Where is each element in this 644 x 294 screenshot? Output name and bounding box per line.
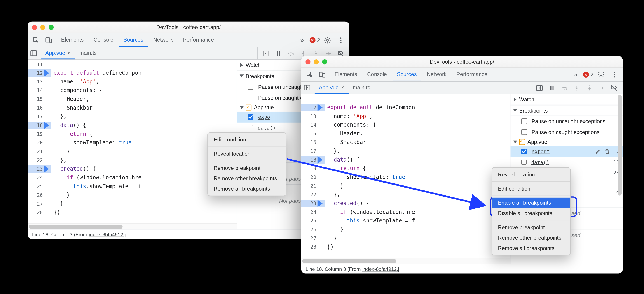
panel-tab-network[interactable]: Network: [149, 33, 177, 47]
line-number[interactable]: 22: [28, 157, 46, 163]
breakpoint-marker[interactable]: [319, 104, 324, 111]
line-number[interactable]: 20: [301, 174, 320, 180]
panel-tab-performance[interactable]: Performance: [452, 68, 492, 81]
settings-gear-icon[interactable]: [322, 34, 334, 46]
breakpoint-marker[interactable]: [319, 200, 324, 207]
context-menu-item[interactable]: Edit condition: [208, 134, 286, 145]
panel-tab-elements[interactable]: Elements: [57, 33, 88, 47]
traffic-lights[interactable]: [32, 24, 54, 29]
code-line[interactable]: 19 return {: [301, 164, 510, 173]
deactivate-breakpoints-icon[interactable]: [608, 82, 620, 94]
line-number[interactable]: 16: [301, 139, 320, 145]
error-counter[interactable]: 2: [310, 37, 320, 43]
code-line[interactable]: 12export default defineCompon: [301, 103, 510, 112]
breakpoint-marker[interactable]: [319, 191, 324, 198]
breakpoint-marker[interactable]: [46, 130, 51, 138]
breakpoint-marker[interactable]: [46, 200, 51, 207]
line-number[interactable]: 14: [301, 122, 320, 128]
context-menu-item[interactable]: Reveal location: [208, 149, 286, 159]
panel-tab-sources[interactable]: Sources: [393, 68, 421, 81]
show-debugger-icon[interactable]: [260, 48, 272, 59]
more-tabs-button[interactable]: »: [296, 34, 308, 46]
breakpoint-item[interactable]: export12: [510, 146, 623, 157]
code-line[interactable]: 14 components: {: [28, 86, 236, 95]
breakpoint-marker[interactable]: [319, 173, 324, 181]
close-window-icon[interactable]: [32, 24, 37, 29]
breakpoint-marker[interactable]: [46, 104, 51, 111]
breakpoint-marker[interactable]: [46, 95, 51, 103]
code-line[interactable]: 28}): [28, 208, 236, 217]
edit-condition-icon[interactable]: [595, 149, 601, 155]
code-line[interactable]: 25 this.showTemplate = f: [301, 216, 510, 225]
breakpoint-file-group[interactable]: App.vue: [510, 137, 623, 146]
breakpoint-marker[interactable]: [319, 147, 324, 155]
stepover-icon[interactable]: [558, 82, 570, 94]
code-line[interactable]: 13 name: 'App',: [301, 112, 510, 120]
window-titlebar[interactable]: DevTools - coffee-cart.app/: [28, 22, 349, 33]
code-line[interactable]: 20 showTemplate: true: [28, 138, 236, 147]
pause-option[interactable]: Pause on caught exceptions: [510, 127, 623, 137]
panel-tab-console[interactable]: Console: [363, 68, 391, 81]
kebab-menu-icon[interactable]: [335, 34, 347, 46]
checkbox[interactable]: [248, 95, 254, 101]
pause-icon[interactable]: [273, 48, 284, 59]
breakpoint-checkbox[interactable]: [521, 160, 526, 165]
code-line[interactable]: 11: [301, 94, 510, 103]
line-number[interactable]: 20: [28, 140, 46, 146]
code-line[interactable]: 24 if (window.location.hre: [301, 208, 510, 216]
inspect-icon[interactable]: [304, 69, 316, 80]
sidebar-scrollbar[interactable]: [618, 95, 622, 263]
close-tab-icon[interactable]: ✕: [341, 85, 344, 90]
code-line[interactable]: 19 return {: [28, 129, 236, 138]
checkbox[interactable]: [248, 84, 254, 90]
show-debugger-icon[interactable]: [534, 82, 546, 94]
code-line[interactable]: 12export default defineCompon: [28, 69, 236, 77]
code-line[interactable]: 21 }: [301, 181, 510, 190]
line-number[interactable]: 28: [301, 244, 320, 250]
stepout-icon[interactable]: [584, 82, 595, 94]
panel-tab-network[interactable]: Network: [423, 68, 451, 81]
code-line[interactable]: 23 created() {: [301, 199, 510, 208]
code-line[interactable]: 15 Header,: [28, 95, 236, 104]
code-line[interactable]: 27 }: [28, 199, 236, 208]
context-menu-item[interactable]: Reveal location: [492, 169, 570, 180]
zoom-window-icon[interactable]: [48, 24, 54, 29]
code-line[interactable]: 20 showTemplate: true: [301, 173, 510, 181]
line-number[interactable]: 15: [301, 131, 320, 136]
breakpoint-checkbox[interactable]: [248, 125, 253, 130]
code-line[interactable]: 23 created() {: [28, 165, 236, 173]
line-number[interactable]: 12: [28, 70, 46, 76]
code-line[interactable]: 24 if (window.location.hre: [28, 173, 236, 182]
stepover-icon[interactable]: [285, 48, 297, 59]
code-line[interactable]: 15 Header,: [301, 129, 510, 138]
pause-icon[interactable]: [546, 82, 558, 94]
panel-tab-performance[interactable]: Performance: [179, 33, 218, 47]
minimize-window-icon[interactable]: [40, 24, 45, 29]
device-toggle-icon[interactable]: [316, 69, 328, 80]
breakpoint-marker[interactable]: [46, 121, 51, 129]
code-line[interactable]: 17 },: [28, 112, 236, 121]
line-number[interactable]: 17: [28, 113, 46, 119]
line-number[interactable]: 18: [28, 122, 46, 128]
context-menu-item[interactable]: Remove all breakpoints: [492, 243, 570, 253]
line-number[interactable]: 15: [28, 96, 46, 102]
close-window-icon[interactable]: [306, 59, 310, 64]
context-menu-item[interactable]: Remove breakpoint: [492, 222, 570, 232]
file-tab[interactable]: main.ts: [75, 47, 101, 59]
line-number[interactable]: 24: [28, 175, 46, 181]
breakpoint-marker[interactable]: [46, 165, 51, 172]
breakpoint-marker[interactable]: [46, 113, 51, 120]
close-tab-icon[interactable]: ✕: [68, 50, 71, 55]
breakpoint-item[interactable]: data()18: [510, 157, 623, 167]
breakpoint-marker[interactable]: [46, 60, 51, 68]
line-number[interactable]: 13: [28, 79, 46, 85]
line-number[interactable]: 25: [28, 183, 46, 189]
breakpoint-marker[interactable]: [319, 235, 324, 242]
breakpoint-marker[interactable]: [319, 156, 324, 163]
code-line[interactable]: 11: [28, 60, 236, 69]
minimize-window-icon[interactable]: [314, 59, 319, 64]
line-number[interactable]: 23: [301, 200, 320, 206]
context-menu-item[interactable]: Edit condition: [492, 183, 570, 194]
line-number[interactable]: 24: [301, 209, 320, 215]
source-map-link[interactable]: index-8bfa4912.j: [89, 232, 126, 237]
